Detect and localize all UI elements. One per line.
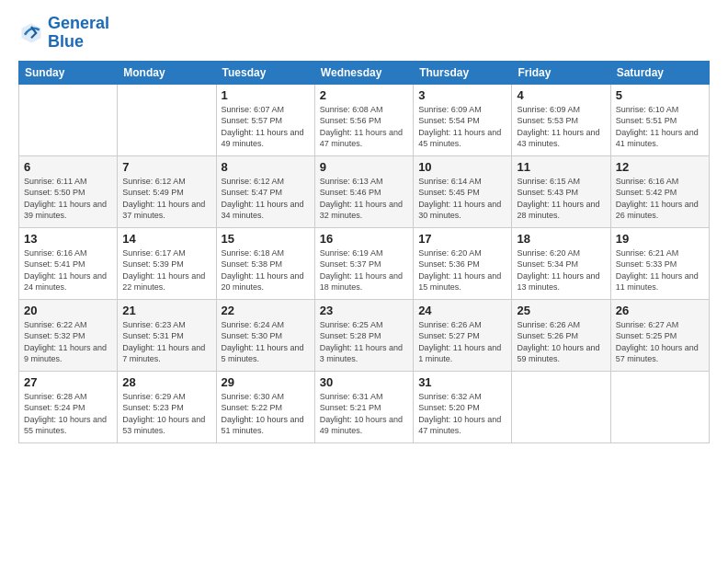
calendar-cell: 23Sunrise: 6:25 AM Sunset: 5:28 PM Dayli…: [314, 299, 413, 371]
day-number: 8: [222, 160, 310, 174]
calendar-cell: 5Sunrise: 6:10 AM Sunset: 5:51 PM Daylig…: [610, 84, 709, 155]
day-info: Sunrise: 6:26 AM Sunset: 5:26 PM Dayligh…: [517, 319, 605, 365]
day-info: Sunrise: 6:16 AM Sunset: 5:42 PM Dayligh…: [616, 176, 704, 222]
calendar-cell: 22Sunrise: 6:24 AM Sunset: 5:30 PM Dayli…: [216, 299, 314, 371]
day-info: Sunrise: 6:27 AM Sunset: 5:25 PM Dayligh…: [616, 319, 704, 365]
calendar-cell: 12Sunrise: 6:16 AM Sunset: 5:42 PM Dayli…: [610, 155, 709, 227]
day-number: 12: [616, 160, 704, 174]
weekday-header-sunday: Sunday: [19, 61, 118, 84]
day-info: Sunrise: 6:31 AM Sunset: 5:21 PM Dayligh…: [320, 391, 408, 437]
calendar-cell: 16Sunrise: 6:19 AM Sunset: 5:37 PM Dayli…: [314, 227, 413, 299]
day-info: Sunrise: 6:10 AM Sunset: 5:51 PM Dayligh…: [616, 104, 704, 150]
day-number: 29: [222, 375, 310, 389]
weekday-header-wednesday: Wednesday: [314, 61, 413, 84]
day-number: 13: [24, 232, 112, 246]
day-info: Sunrise: 6:28 AM Sunset: 5:24 PM Dayligh…: [24, 391, 112, 437]
day-info: Sunrise: 6:25 AM Sunset: 5:28 PM Dayligh…: [320, 319, 408, 365]
day-number: 28: [122, 375, 210, 389]
day-number: 20: [24, 304, 112, 317]
day-number: 15: [222, 232, 310, 246]
day-info: Sunrise: 6:17 AM Sunset: 5:39 PM Dayligh…: [122, 247, 210, 293]
day-number: 26: [616, 304, 704, 317]
calendar-cell: 17Sunrise: 6:20 AM Sunset: 5:36 PM Dayli…: [414, 227, 512, 299]
weekday-header-thursday: Thursday: [414, 61, 512, 84]
calendar-cell: 21Sunrise: 6:23 AM Sunset: 5:31 PM Dayli…: [118, 299, 216, 371]
day-info: Sunrise: 6:21 AM Sunset: 5:33 PM Dayligh…: [616, 247, 704, 293]
day-info: Sunrise: 6:20 AM Sunset: 5:34 PM Dayligh…: [517, 247, 605, 293]
day-info: Sunrise: 6:16 AM Sunset: 5:41 PM Dayligh…: [24, 247, 112, 293]
week-row-1: 1Sunrise: 6:07 AM Sunset: 5:57 PM Daylig…: [19, 84, 710, 155]
calendar-cell: 29Sunrise: 6:30 AM Sunset: 5:22 PM Dayli…: [216, 371, 314, 442]
day-info: Sunrise: 6:29 AM Sunset: 5:23 PM Dayligh…: [122, 391, 210, 437]
day-info: Sunrise: 6:20 AM Sunset: 5:36 PM Dayligh…: [418, 247, 506, 293]
calendar-cell: [610, 371, 709, 442]
day-number: 23: [320, 304, 408, 317]
weekday-header-saturday: Saturday: [610, 61, 709, 84]
calendar-cell: 7Sunrise: 6:12 AM Sunset: 5:49 PM Daylig…: [118, 155, 216, 227]
day-info: Sunrise: 6:07 AM Sunset: 5:57 PM Dayligh…: [222, 104, 310, 150]
day-number: 21: [122, 304, 210, 317]
day-info: Sunrise: 6:23 AM Sunset: 5:31 PM Dayligh…: [122, 319, 210, 365]
day-number: 2: [320, 88, 408, 102]
day-number: 17: [418, 232, 506, 246]
logo: General Blue: [18, 15, 109, 52]
day-info: Sunrise: 6:32 AM Sunset: 5:20 PM Dayligh…: [418, 391, 506, 437]
day-number: 19: [616, 232, 704, 246]
weekday-header-monday: Monday: [118, 61, 216, 84]
calendar-cell: 4Sunrise: 6:09 AM Sunset: 5:53 PM Daylig…: [512, 84, 610, 155]
day-number: 1: [222, 88, 310, 102]
day-info: Sunrise: 6:11 AM Sunset: 5:50 PM Dayligh…: [24, 176, 112, 222]
calendar-cell: 15Sunrise: 6:18 AM Sunset: 5:38 PM Dayli…: [216, 227, 314, 299]
calendar-cell: [19, 84, 118, 155]
day-number: 11: [517, 160, 605, 174]
day-info: Sunrise: 6:09 AM Sunset: 5:54 PM Dayligh…: [418, 104, 506, 150]
calendar-cell: 11Sunrise: 6:15 AM Sunset: 5:43 PM Dayli…: [512, 155, 610, 227]
day-info: Sunrise: 6:15 AM Sunset: 5:43 PM Dayligh…: [517, 176, 605, 222]
weekday-header-row: SundayMondayTuesdayWednesdayThursdayFrid…: [19, 61, 710, 84]
calendar-cell: 6Sunrise: 6:11 AM Sunset: 5:50 PM Daylig…: [19, 155, 118, 227]
day-number: 9: [320, 160, 408, 174]
day-number: 4: [517, 88, 605, 102]
day-number: 31: [418, 375, 506, 389]
day-number: 24: [418, 304, 506, 317]
calendar-cell: [512, 371, 610, 442]
week-row-3: 13Sunrise: 6:16 AM Sunset: 5:41 PM Dayli…: [19, 227, 710, 299]
calendar-cell: 30Sunrise: 6:31 AM Sunset: 5:21 PM Dayli…: [314, 371, 413, 442]
day-info: Sunrise: 6:30 AM Sunset: 5:22 PM Dayligh…: [222, 391, 310, 437]
calendar-cell: 25Sunrise: 6:26 AM Sunset: 5:26 PM Dayli…: [512, 299, 610, 371]
calendar-cell: 31Sunrise: 6:32 AM Sunset: 5:20 PM Dayli…: [414, 371, 512, 442]
header: General Blue: [18, 15, 710, 52]
day-number: 16: [320, 232, 408, 246]
calendar-cell: 3Sunrise: 6:09 AM Sunset: 5:54 PM Daylig…: [414, 84, 512, 155]
weekday-header-tuesday: Tuesday: [216, 61, 314, 84]
logo-text: General Blue: [48, 15, 109, 52]
calendar-cell: 19Sunrise: 6:21 AM Sunset: 5:33 PM Dayli…: [610, 227, 709, 299]
weekday-header-friday: Friday: [512, 61, 610, 84]
day-info: Sunrise: 6:22 AM Sunset: 5:32 PM Dayligh…: [24, 319, 112, 365]
calendar-cell: 28Sunrise: 6:29 AM Sunset: 5:23 PM Dayli…: [118, 371, 216, 442]
day-number: 27: [24, 375, 112, 389]
calendar-cell: 2Sunrise: 6:08 AM Sunset: 5:56 PM Daylig…: [314, 84, 413, 155]
calendar-cell: 20Sunrise: 6:22 AM Sunset: 5:32 PM Dayli…: [19, 299, 118, 371]
day-info: Sunrise: 6:08 AM Sunset: 5:56 PM Dayligh…: [320, 104, 408, 150]
week-row-5: 27Sunrise: 6:28 AM Sunset: 5:24 PM Dayli…: [19, 371, 710, 442]
calendar-cell: 27Sunrise: 6:28 AM Sunset: 5:24 PM Dayli…: [19, 371, 118, 442]
day-number: 10: [418, 160, 506, 174]
day-number: 6: [24, 160, 112, 174]
day-number: 30: [320, 375, 408, 389]
calendar-table: SundayMondayTuesdayWednesdayThursdayFrid…: [18, 61, 710, 443]
calendar-cell: 18Sunrise: 6:20 AM Sunset: 5:34 PM Dayli…: [512, 227, 610, 299]
logo-icon: [18, 20, 44, 46]
day-info: Sunrise: 6:09 AM Sunset: 5:53 PM Dayligh…: [517, 104, 605, 150]
day-info: Sunrise: 6:12 AM Sunset: 5:47 PM Dayligh…: [222, 176, 310, 222]
week-row-4: 20Sunrise: 6:22 AM Sunset: 5:32 PM Dayli…: [19, 299, 710, 371]
calendar-cell: 13Sunrise: 6:16 AM Sunset: 5:41 PM Dayli…: [19, 227, 118, 299]
calendar-cell: [118, 84, 216, 155]
day-info: Sunrise: 6:26 AM Sunset: 5:27 PM Dayligh…: [418, 319, 506, 365]
day-info: Sunrise: 6:19 AM Sunset: 5:37 PM Dayligh…: [320, 247, 408, 293]
calendar-cell: 1Sunrise: 6:07 AM Sunset: 5:57 PM Daylig…: [216, 84, 314, 155]
calendar-cell: 26Sunrise: 6:27 AM Sunset: 5:25 PM Dayli…: [610, 299, 709, 371]
calendar-cell: 10Sunrise: 6:14 AM Sunset: 5:45 PM Dayli…: [414, 155, 512, 227]
day-info: Sunrise: 6:18 AM Sunset: 5:38 PM Dayligh…: [222, 247, 310, 293]
calendar-body: 1Sunrise: 6:07 AM Sunset: 5:57 PM Daylig…: [19, 84, 710, 442]
